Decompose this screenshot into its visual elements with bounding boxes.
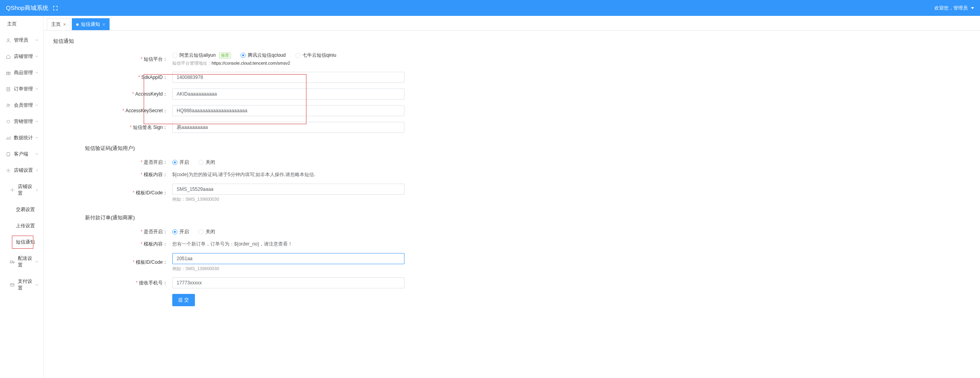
radio-icon — [295, 53, 300, 58]
app-header: QShop商城系统 欢迎您，管理员 — [0, 0, 980, 16]
section-title-neworder: 新付款订单(通知商家) — [85, 214, 970, 221]
input-phone[interactable] — [172, 277, 404, 288]
label-accesskeysecret: *AccessKeySecret： — [53, 107, 172, 114]
member-icon — [6, 103, 11, 108]
chevron-down-icon — [35, 260, 39, 264]
svg-rect-11 — [11, 284, 14, 286]
svg-point-7 — [12, 190, 13, 191]
sidebar-item-admin[interactable]: 管理员 — [0, 32, 43, 48]
close-icon[interactable]: × — [63, 22, 66, 27]
svg-point-3 — [7, 104, 8, 105]
chevron-down-icon — [35, 104, 39, 107]
radio-enable2-on[interactable]: 开启 — [172, 159, 189, 166]
label-enable3: *是否开启： — [53, 228, 172, 235]
input-accesskeyid[interactable] — [172, 88, 404, 100]
chevron-down-icon — [35, 120, 39, 124]
submit-button[interactable]: 提 交 — [172, 294, 195, 306]
close-icon[interactable]: × — [102, 22, 105, 27]
static-template3: 您有一个新订单，订单号为：${order_no}，请注意查看！ — [172, 241, 404, 248]
svg-point-9 — [11, 263, 12, 263]
radio-enable2-off[interactable]: 关闭 — [198, 159, 215, 166]
radio-checked-icon — [172, 160, 177, 165]
chevron-up-icon — [35, 169, 39, 173]
input-sdkappid[interactable] — [172, 72, 404, 83]
sidebar-item-shop-settings[interactable]: 店铺设置 — [0, 162, 43, 178]
radio-qcloud[interactable]: 腾讯云短信qcloud — [241, 52, 285, 59]
input-accesskeysecret[interactable] — [172, 105, 404, 116]
sidebar-item-marketing[interactable]: 营销管理 — [0, 113, 43, 130]
sidebar-item-member[interactable]: 会员管理 — [0, 97, 43, 113]
chevron-down-icon — [35, 71, 39, 75]
input-sign[interactable] — [172, 122, 404, 133]
input-templateid2[interactable] — [172, 184, 404, 195]
sidebar-sub-payment[interactable]: 支付设置 — [0, 273, 43, 296]
section-title-sms: 短信通知 — [53, 38, 970, 45]
radio-qiniu[interactable]: 七牛云短信qiniu — [295, 52, 336, 59]
tab-home[interactable]: 主页 × — [47, 18, 70, 30]
app-title: QShop商城系统 — [6, 4, 48, 12]
radio-enable3-on[interactable]: 开启 — [172, 228, 189, 235]
label-platform: *短信平台： — [53, 56, 172, 63]
sidebar-sub-shop-settings[interactable]: 店铺设置 — [0, 178, 43, 201]
sidebar-home[interactable]: 主页 — [0, 16, 43, 32]
section-title-verify: 短信验证码(通知用户) — [85, 145, 970, 152]
sidebar-item-client[interactable]: 客户端 — [0, 146, 43, 162]
radio-checked-icon — [241, 53, 246, 58]
label-sdkappid: *SdkAppID： — [53, 74, 172, 81]
svg-rect-8 — [10, 261, 13, 263]
label-templateid3: *模板ID/Code： — [53, 259, 172, 266]
radio-aliyun[interactable]: 阿里云短信aliyun 推荐 — [172, 52, 231, 59]
chevron-down-icon — [35, 38, 39, 42]
sidebar-sub-sms[interactable]: 短信通知 — [0, 234, 43, 250]
badge-recommend: 推荐 — [219, 52, 231, 59]
radio-checked-icon — [172, 229, 177, 234]
chevron-down-icon — [35, 87, 39, 91]
label-accesskeyid: *AccessKeyId： — [53, 91, 172, 98]
sidebar-item-order[interactable]: 订单管理 — [0, 81, 43, 97]
caret-down-icon — [971, 7, 974, 9]
sidebar: 主页 管理员 店铺管理 商品管理 — [0, 16, 44, 378]
sidebar-item-stats[interactable]: 数据统计 — [0, 130, 43, 146]
user-menu[interactable]: 欢迎您，管理员 — [934, 5, 974, 12]
label-sign: *短信签名 Sign： — [53, 124, 172, 131]
fullscreen-icon[interactable] — [52, 5, 59, 11]
truck-icon — [10, 259, 15, 265]
svg-point-4 — [8, 104, 10, 106]
chevron-down-icon — [35, 283, 39, 287]
platform-hint: 短信平台管理地址：https://console.cloud.tencent.c… — [172, 60, 404, 66]
radio-enable3-off[interactable]: 关闭 — [198, 228, 215, 235]
heart-icon — [6, 119, 11, 124]
sidebar-sub-upload[interactable]: 上传设置 — [0, 218, 43, 234]
sidebar-item-product[interactable]: 商品管理 — [0, 65, 43, 81]
gear-icon — [6, 168, 11, 173]
radio-icon — [198, 160, 204, 165]
welcome-text: 欢迎您，管理员 — [934, 5, 968, 12]
radio-icon — [172, 53, 177, 58]
chevron-down-icon — [35, 136, 39, 140]
input-templateid3[interactable] — [172, 253, 404, 264]
gear-icon — [10, 188, 15, 193]
wallet-icon — [10, 282, 15, 288]
chevron-down-icon — [35, 55, 39, 59]
tab-bar: 主页 × 短信通知 × — [44, 16, 980, 31]
svg-point-0 — [7, 38, 9, 40]
radio-group-platform: 阿里云短信aliyun 推荐 腾讯云短信qcloud 七牛云短信qiniu — [172, 52, 404, 59]
dot-icon — [76, 23, 79, 26]
home-icon — [6, 54, 11, 59]
label-phone: *接收手机号： — [53, 280, 172, 286]
sidebar-item-shop[interactable]: 店铺管理 — [0, 48, 43, 65]
gift-icon — [6, 70, 11, 75]
label-templateid2: *模板ID/Code： — [53, 190, 172, 196]
chevron-down-icon — [35, 152, 39, 156]
tab-sms[interactable]: 短信通知 × — [72, 18, 110, 30]
user-icon — [6, 38, 11, 43]
content-area: 短信通知 *短信平台： 阿里云短信aliyun 推荐 — [44, 31, 980, 378]
svg-point-10 — [13, 263, 14, 263]
label-enable2: *是否开启： — [53, 159, 172, 166]
svg-point-6 — [8, 170, 9, 171]
static-template2: ${code}为您的验证码,请于5分钟内填写;如非本人操作,请忽略本短信. — [172, 171, 404, 178]
sidebar-sub-delivery[interactable]: 配送设置 — [0, 250, 43, 273]
sidebar-sub-trade[interactable]: 交易设置 — [0, 201, 43, 218]
label-template3: *模板内容： — [53, 241, 172, 248]
hint-templateid2: 例如：SMS_139800030 — [172, 196, 404, 202]
